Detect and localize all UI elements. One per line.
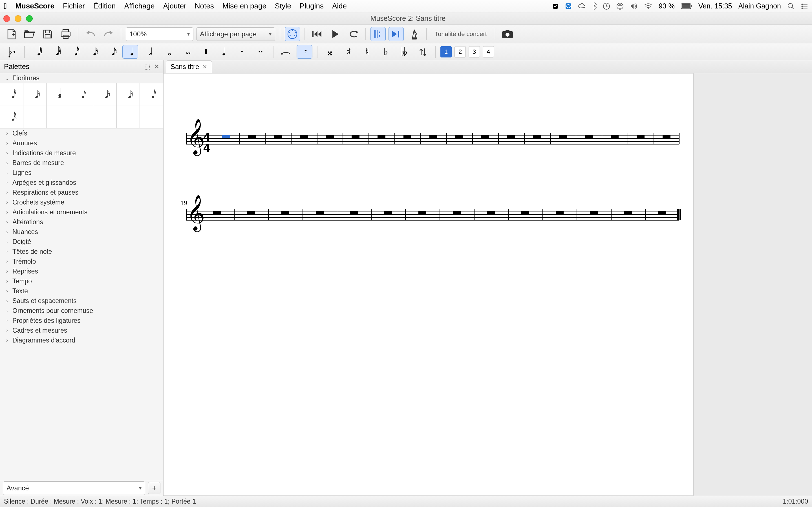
duration-16th-button[interactable]: 𝅘𝅥𝅰 [66, 45, 82, 59]
flat-button[interactable]: ♭ [378, 45, 394, 59]
close-tab-icon[interactable]: ✕ [202, 63, 207, 70]
barline[interactable] [576, 209, 577, 220]
whole-rest[interactable] [590, 211, 598, 214]
palette-item[interactable]: ›Têtes de note [0, 247, 163, 257]
palette-list[interactable]: ⌄ Fioritures 𝅘𝅥𝅰𝅘𝅥 𝅘𝅥𝅯𝅘𝅥 𝅘𝅥𝅘𝅥 𝅘𝅥𝅯𝅘𝅥 𝅘𝅥𝅯𝅘𝅥 𝅘𝅥𝅘𝅥𝅯 𝅘𝅥𝅘𝅥𝅰 𝅘𝅥𝅘𝅥𝅱 [0, 73, 163, 480]
new-file-button[interactable] [4, 27, 19, 41]
barline[interactable] [337, 209, 337, 220]
barline[interactable] [654, 133, 654, 144]
rewind-button[interactable] [310, 27, 325, 41]
barline[interactable] [268, 209, 269, 220]
accessibility-icon[interactable] [616, 3, 624, 10]
palette-item[interactable]: ›Propriétés des ligatures [0, 316, 163, 326]
whole-rest[interactable] [326, 135, 334, 138]
user-name[interactable]: Alain Gagnon [738, 2, 781, 10]
duration-dot-half-button[interactable]: 𝅗𝅥. [215, 45, 231, 59]
menu-notes[interactable]: Notes [195, 2, 214, 10]
whole-rest[interactable] [637, 135, 645, 138]
whole-rest[interactable] [455, 135, 463, 138]
grace-note-cell[interactable]: 𝅘𝅥𝅘𝅥 [47, 83, 70, 106]
rest-button[interactable]: 𝄾 [297, 45, 312, 59]
view-mode-select[interactable]: Affichage par page ▾ [196, 27, 275, 41]
grace-note-cell-empty[interactable] [140, 106, 163, 128]
barline[interactable] [679, 133, 680, 144]
shield-icon[interactable] [552, 3, 559, 10]
whole-rest[interactable] [481, 135, 489, 138]
menu-mise-en-page[interactable]: Mise en page [222, 2, 266, 10]
wifi-icon[interactable] [644, 3, 652, 9]
menu-ajouter[interactable]: Ajouter [163, 2, 186, 10]
grace-note-cell-empty[interactable] [47, 106, 70, 128]
play-button[interactable] [327, 27, 343, 41]
menu-affichage[interactable]: Affichage [124, 2, 154, 10]
palette-item[interactable]: ›Respirations et pauses [0, 187, 163, 198]
whole-rest[interactable] [213, 211, 221, 214]
double-sharp-button[interactable]: 𝄪 [322, 45, 338, 59]
cloud-icon[interactable] [578, 3, 585, 10]
palette-item[interactable]: ›Clefs [0, 128, 163, 138]
zoom-select[interactable]: 100% ▾ [126, 27, 193, 41]
whole-rest[interactable] [624, 211, 632, 214]
timemachine-icon[interactable] [603, 3, 610, 10]
whole-rest[interactable] [453, 211, 461, 214]
sharp-button[interactable]: ♯ [341, 45, 356, 59]
voice-2-button[interactable]: 2 [455, 46, 466, 57]
app-name[interactable]: MuseScore [15, 2, 54, 10]
duration-quarter-button[interactable]: 𝅘𝅥 [122, 45, 138, 59]
barline[interactable] [291, 133, 292, 144]
whole-rest[interactable] [377, 135, 386, 138]
apple-menu-icon[interactable]:  [4, 2, 7, 10]
barline[interactable] [645, 209, 646, 220]
palette-fioritures[interactable]: ⌄ Fioritures [0, 73, 163, 83]
duration-breve-button[interactable]: 𝅜 [178, 45, 194, 59]
spotlight-icon[interactable] [787, 3, 795, 10]
palette-item[interactable]: ›Doigté [0, 237, 163, 247]
barline[interactable] [395, 133, 395, 144]
barline[interactable] [368, 133, 369, 144]
barline[interactable] [679, 209, 681, 220]
palette-item[interactable]: ›Cadres et mesures [0, 326, 163, 335]
whole-rest[interactable] [429, 135, 437, 138]
barline[interactable] [371, 209, 371, 220]
zoom-window-button[interactable] [26, 15, 33, 22]
palette-item[interactable]: ›Crochets système [0, 198, 163, 207]
treble-clef[interactable]: 𝄞 [187, 197, 205, 228]
barline[interactable] [524, 133, 525, 144]
whole-rest[interactable] [487, 211, 495, 214]
grace-note-cell-empty[interactable] [70, 106, 93, 128]
control-center-icon[interactable] [801, 3, 808, 9]
save-button[interactable] [40, 27, 55, 41]
whole-rest[interactable] [585, 135, 593, 138]
duration-whole-button[interactable]: 𝅝 [160, 45, 175, 59]
grace-note-cell[interactable]: 𝅘𝅥𝅯𝅘𝅥 [23, 83, 47, 106]
bluetooth-icon[interactable] [592, 3, 597, 10]
midi-input-button[interactable] [285, 27, 300, 41]
voice-1-button[interactable]: 1 [441, 46, 452, 57]
duration-64th-button[interactable]: 𝅘𝅥𝅲 [29, 45, 45, 59]
double-flat-button[interactable]: 𝄫 [396, 45, 412, 59]
barline[interactable] [611, 209, 612, 220]
duration-longa-button[interactable]: 𝅛 [197, 45, 213, 59]
note-input-mode-button[interactable]: 𝄭▾ [4, 45, 20, 59]
grace-note-cell[interactable]: 𝅘𝅥𝅯𝅘𝅥 [93, 83, 117, 106]
whole-rest[interactable] [384, 211, 392, 214]
duration-half-button[interactable]: 𝅗𝅥 [141, 45, 157, 59]
grace-note-cell[interactable]: 𝅘𝅥𝅯𝅘𝅥 [70, 83, 93, 106]
metronome-button[interactable] [407, 27, 422, 41]
augmentation-dot-button[interactable]: • [234, 45, 250, 59]
concert-pitch-label[interactable]: Tonalité de concert [432, 31, 490, 38]
grace-note-cell[interactable]: 𝅘𝅥𝅘𝅥𝅱 [0, 106, 23, 128]
whole-rest[interactable] [556, 211, 564, 214]
barline[interactable] [420, 133, 421, 144]
redo-button[interactable] [101, 27, 116, 41]
barline[interactable] [405, 209, 406, 220]
duration-32nd-button[interactable]: 𝅘𝅥𝅱 [48, 45, 64, 59]
barline[interactable] [550, 133, 551, 144]
whole-rest[interactable] [274, 135, 282, 138]
grace-note-cell[interactable]: 𝅘𝅥𝅰𝅘𝅥 [0, 83, 23, 106]
barline[interactable] [498, 133, 499, 144]
play-repeats-button[interactable] [370, 27, 386, 41]
barline[interactable] [440, 209, 440, 220]
whole-rest[interactable] [316, 211, 324, 214]
whole-rest[interactable] [533, 135, 541, 138]
